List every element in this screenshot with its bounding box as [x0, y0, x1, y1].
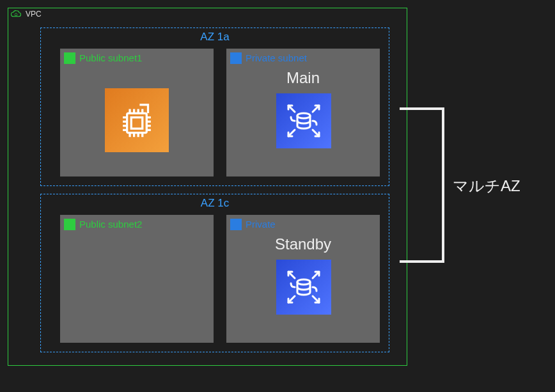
private-subnet-badge-icon	[230, 52, 242, 64]
vpc-header: VPC	[10, 9, 42, 19]
multi-az-connector	[400, 107, 444, 263]
svg-point-23	[297, 279, 310, 285]
private-subnet-1c: Private Standby	[226, 215, 380, 343]
rds-multi-az-icon	[276, 93, 331, 148]
availability-zone-1c: AZ 1c Public subnet2 Private Standby	[40, 194, 389, 352]
vpc-label: VPC	[26, 10, 42, 19]
private-subnet-badge-icon	[230, 219, 242, 230]
public-subnet-badge-icon	[64, 219, 75, 230]
svg-rect-0	[127, 113, 147, 133]
diagram-canvas: VPC AZ 1a Public subnet1	[0, 0, 555, 392]
public-subnet-1c-label: Public subnet2	[79, 219, 142, 230]
vpc-container: VPC AZ 1a Public subnet1	[8, 8, 407, 366]
public-subnet-1a-label: Public subnet1	[79, 52, 142, 63]
private-subnet-1c-label: Private	[246, 219, 276, 230]
public-subnet-1a: Public subnet1	[60, 49, 214, 176]
availability-zone-1a: AZ 1a Public subnet1	[40, 27, 389, 186]
cloud-network-icon	[10, 9, 22, 19]
az-1c-label: AZ 1c	[41, 197, 389, 210]
ec2-icon	[105, 88, 169, 152]
private-subnet-1a: Private subnet Main	[226, 49, 380, 176]
svg-rect-1	[131, 118, 143, 129]
db-role-main: Main	[226, 69, 380, 87]
multi-az-label: マルチAZ	[453, 176, 520, 196]
az-1a-label: AZ 1a	[41, 31, 389, 43]
public-subnet-1c: Public subnet2	[60, 215, 214, 343]
private-subnet-1a-label: Private subnet	[246, 52, 307, 63]
db-role-standby: Standby	[226, 235, 380, 253]
public-subnet-badge-icon	[64, 52, 75, 64]
svg-point-18	[297, 113, 310, 118]
rds-multi-az-icon	[276, 260, 331, 315]
